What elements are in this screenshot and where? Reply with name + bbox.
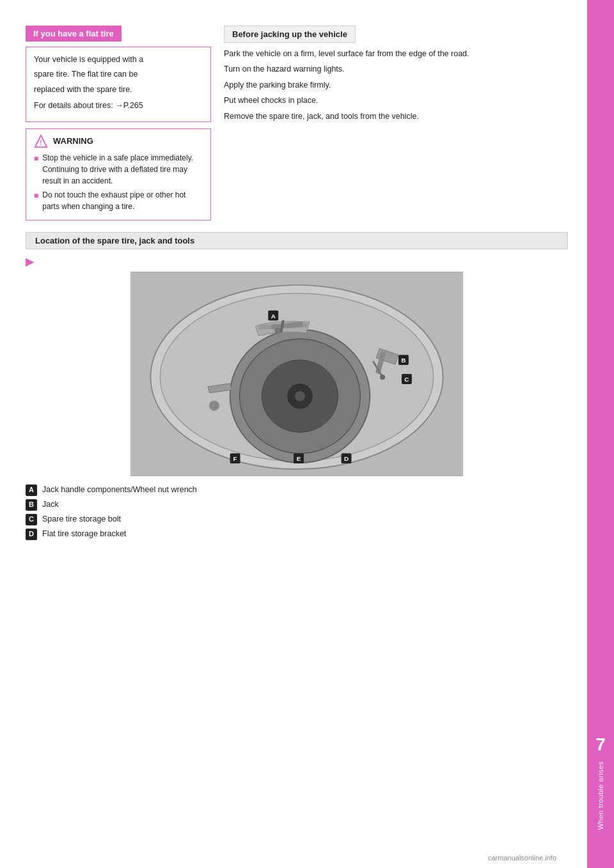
info-line1: Your vehicle is equipped with a xyxy=(34,54,203,66)
trunk-diagram: F E D A B C xyxy=(130,272,463,476)
before-para-2: Turn on the hazard warning lights. xyxy=(224,63,568,75)
arrow-indicator: ▶ xyxy=(26,256,568,268)
before-jacking-header: Before jacking up the vehicle xyxy=(224,26,356,43)
legend-section: A Jack handle components/Wheel nut wrenc… xyxy=(26,484,568,540)
before-jacking-content: Park the vehicle on a firm, level surfac… xyxy=(224,48,568,123)
two-columns: If you have a flat tire Your vehicle is … xyxy=(26,26,568,221)
flat-tire-header: If you have a flat tire xyxy=(26,26,122,42)
svg-text:!: ! xyxy=(40,139,42,146)
legend-text-d: Flat tire storage bracket xyxy=(42,528,126,539)
before-para-4: Put wheel chocks in place. xyxy=(224,95,568,107)
right-column: Before jacking up the vehicle Park the v… xyxy=(224,26,568,221)
svg-text:E: E xyxy=(297,455,301,462)
legend-item-d: D Flat tire storage bracket xyxy=(26,528,568,540)
watermark: carmanualsonline.info xyxy=(488,854,556,862)
svg-text:B: B xyxy=(401,357,405,364)
warning-box: ! WARNING ■ Stop the vehicle in a safe p… xyxy=(26,128,211,221)
warning-triangle-icon: ! xyxy=(34,134,48,148)
page-container: If you have a flat tire Your vehicle is … xyxy=(0,0,614,868)
location-header: Location of the spare tire, jack and too… xyxy=(26,232,568,249)
svg-text:D: D xyxy=(344,455,349,462)
legend-item-c: C Spare tire storage bolt xyxy=(26,513,568,525)
warning-bullet-1: ■ Stop the vehicle in a safe place immed… xyxy=(34,152,203,187)
legend-badge-a: A xyxy=(26,484,37,496)
svg-point-16 xyxy=(209,400,219,410)
warning-bullet-2: ■ Do not touch the exhaust pipe or other… xyxy=(34,189,203,212)
legend-badge-b: B xyxy=(26,499,37,511)
flat-tire-info-box: Your vehicle is equipped with a spare ti… xyxy=(26,47,211,122)
svg-point-11 xyxy=(274,327,281,334)
legend-item-b: B Jack xyxy=(26,499,568,511)
warning-text-2: Do not touch the exhaust pipe or other h… xyxy=(42,189,203,212)
svg-text:F: F xyxy=(233,455,237,462)
warning-content: ■ Stop the vehicle in a safe place immed… xyxy=(34,152,203,212)
bullet-marker-2: ■ xyxy=(34,190,38,212)
legend-text-b: Jack xyxy=(42,499,59,510)
svg-text:A: A xyxy=(271,312,276,319)
before-para-5: Remove the spare tire, jack, and tools f… xyxy=(224,111,568,123)
sidebar-chapter-text: When trouble arises xyxy=(596,761,605,830)
warning-text-1: Stop the vehicle in a safe place immedia… xyxy=(42,152,203,187)
bullet-marker-1: ■ xyxy=(34,153,38,187)
before-para-1: Park the vehicle on a firm, level surfac… xyxy=(224,48,568,60)
warning-title: WARNING xyxy=(53,136,93,146)
warning-header: ! WARNING xyxy=(34,134,203,148)
svg-text:C: C xyxy=(404,375,409,382)
legend-item-a: A Jack handle components/Wheel nut wrenc… xyxy=(26,484,568,496)
legend-badge-d: D xyxy=(26,529,37,540)
trunk-svg: F E D A B C xyxy=(131,272,462,476)
legend-text-c: Spare tire storage bolt xyxy=(42,513,121,525)
left-column: If you have a flat tire Your vehicle is … xyxy=(26,26,211,221)
info-line2: spare tire. The flat tire can be xyxy=(34,68,203,81)
main-content: If you have a flat tire Your vehicle is … xyxy=(0,0,587,868)
legend-text-a: Jack handle components/Wheel nut wrench xyxy=(42,484,197,495)
svg-point-15 xyxy=(380,374,385,379)
info-line3: replaced with the spare tire. xyxy=(34,84,203,96)
sidebar-chapter-number: 7 xyxy=(595,734,606,755)
location-section: Location of the spare tire, jack and too… xyxy=(26,232,568,540)
before-para-3: Apply the parking brake firmly. xyxy=(224,79,568,91)
info-link: For details about tires: →P.265 xyxy=(34,100,203,112)
legend-badge-c: C xyxy=(26,514,37,525)
right-sidebar: 7 When trouble arises xyxy=(587,0,614,868)
svg-point-9 xyxy=(295,391,305,401)
